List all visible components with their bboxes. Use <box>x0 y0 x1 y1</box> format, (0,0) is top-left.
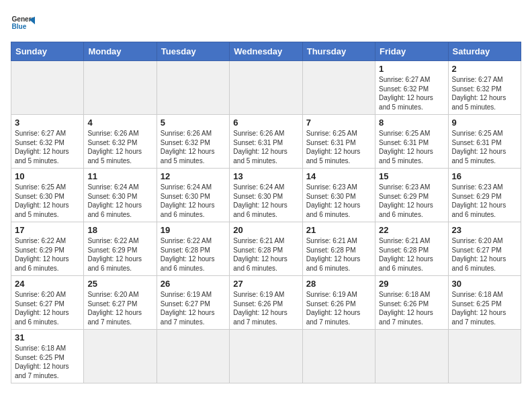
day-info: Sunrise: 6:26 AM Sunset: 6:32 PM Dayligh… <box>161 129 226 165</box>
calendar-day-cell: 12Sunrise: 6:24 AM Sunset: 6:30 PM Dayli… <box>157 169 229 222</box>
day-number: 8 <box>379 118 444 128</box>
day-number: 7 <box>306 118 371 128</box>
calendar-day-cell <box>302 61 375 115</box>
day-number: 6 <box>233 118 298 128</box>
day-number: 28 <box>306 279 371 289</box>
day-info: Sunrise: 6:22 AM Sunset: 6:28 PM Dayligh… <box>161 236 226 273</box>
day-info: Sunrise: 6:22 AM Sunset: 6:29 PM Dayligh… <box>15 236 80 273</box>
day-info: Sunrise: 6:27 AM Sunset: 6:32 PM Dayligh… <box>15 129 80 165</box>
day-info: Sunrise: 6:27 AM Sunset: 6:32 PM Dayligh… <box>452 75 517 111</box>
calendar-day-cell <box>448 330 521 383</box>
calendar-week-row: 24Sunrise: 6:20 AM Sunset: 6:27 PM Dayli… <box>11 276 521 330</box>
weekday-header-saturday: Saturday <box>448 42 521 61</box>
day-number: 22 <box>379 225 444 235</box>
day-info: Sunrise: 6:18 AM Sunset: 6:25 PM Dayligh… <box>452 290 517 326</box>
calendar-day-cell <box>84 61 157 115</box>
calendar-day-cell: 9Sunrise: 6:25 AM Sunset: 6:31 PM Daylig… <box>448 115 521 169</box>
calendar-day-cell <box>84 330 157 383</box>
day-info: Sunrise: 6:20 AM Sunset: 6:27 PM Dayligh… <box>87 290 152 326</box>
calendar-day-cell: 1Sunrise: 6:27 AM Sunset: 6:32 PM Daylig… <box>375 61 448 115</box>
calendar-day-cell: 6Sunrise: 6:26 AM Sunset: 6:31 PM Daylig… <box>230 115 302 169</box>
calendar-week-row: 17Sunrise: 6:22 AM Sunset: 6:29 PM Dayli… <box>11 222 521 276</box>
day-number: 26 <box>161 279 226 289</box>
day-info: Sunrise: 6:19 AM Sunset: 6:26 PM Dayligh… <box>233 290 298 326</box>
calendar-day-cell: 20Sunrise: 6:21 AM Sunset: 6:28 PM Dayli… <box>230 222 302 276</box>
weekday-header-sunday: Sunday <box>11 42 84 61</box>
calendar-day-cell: 27Sunrise: 6:19 AM Sunset: 6:26 PM Dayli… <box>230 276 302 330</box>
calendar-week-row: 10Sunrise: 6:25 AM Sunset: 6:30 PM Dayli… <box>11 169 521 222</box>
day-number: 11 <box>87 171 152 181</box>
day-info: Sunrise: 6:24 AM Sunset: 6:30 PM Dayligh… <box>161 183 226 219</box>
day-info: Sunrise: 6:18 AM Sunset: 6:26 PM Dayligh… <box>379 290 444 326</box>
calendar-day-cell: 18Sunrise: 6:22 AM Sunset: 6:29 PM Dayli… <box>84 222 157 276</box>
day-info: Sunrise: 6:20 AM Sunset: 6:27 PM Dayligh… <box>452 236 517 273</box>
day-info: Sunrise: 6:21 AM Sunset: 6:28 PM Dayligh… <box>233 236 298 273</box>
day-number: 20 <box>233 225 298 235</box>
day-info: Sunrise: 6:19 AM Sunset: 6:27 PM Dayligh… <box>161 290 226 326</box>
header: General Blue <box>11 11 521 35</box>
day-number: 3 <box>15 118 80 128</box>
day-info: Sunrise: 6:21 AM Sunset: 6:28 PM Dayligh… <box>379 236 444 273</box>
day-info: Sunrise: 6:23 AM Sunset: 6:30 PM Dayligh… <box>306 183 371 219</box>
calendar-day-cell <box>11 61 84 115</box>
calendar-day-cell: 25Sunrise: 6:20 AM Sunset: 6:27 PM Dayli… <box>84 276 157 330</box>
calendar-day-cell: 28Sunrise: 6:19 AM Sunset: 6:26 PM Dayli… <box>302 276 375 330</box>
day-number: 5 <box>161 118 226 128</box>
calendar-day-cell <box>230 330 302 383</box>
day-number: 2 <box>452 64 517 74</box>
calendar-week-row: 3Sunrise: 6:27 AM Sunset: 6:32 PM Daylig… <box>11 115 521 169</box>
day-number: 23 <box>452 225 517 235</box>
day-number: 19 <box>161 225 226 235</box>
day-info: Sunrise: 6:23 AM Sunset: 6:29 PM Dayligh… <box>452 183 517 219</box>
day-number: 9 <box>452 118 517 128</box>
day-info: Sunrise: 6:25 AM Sunset: 6:31 PM Dayligh… <box>379 129 444 165</box>
calendar-week-row: 1Sunrise: 6:27 AM Sunset: 6:32 PM Daylig… <box>11 61 521 115</box>
day-number: 4 <box>87 118 152 128</box>
day-number: 24 <box>15 279 80 289</box>
calendar-day-cell <box>157 61 229 115</box>
day-info: Sunrise: 6:27 AM Sunset: 6:32 PM Dayligh… <box>379 75 444 111</box>
calendar-day-cell: 10Sunrise: 6:25 AM Sunset: 6:30 PM Dayli… <box>11 169 84 222</box>
day-number: 17 <box>15 225 80 235</box>
weekday-header-friday: Friday <box>375 42 448 61</box>
calendar-day-cell: 19Sunrise: 6:22 AM Sunset: 6:28 PM Dayli… <box>157 222 229 276</box>
day-info: Sunrise: 6:21 AM Sunset: 6:28 PM Dayligh… <box>306 236 371 273</box>
calendar-day-cell: 30Sunrise: 6:18 AM Sunset: 6:25 PM Dayli… <box>448 276 521 330</box>
day-number: 27 <box>233 279 298 289</box>
day-number: 13 <box>233 171 298 181</box>
day-info: Sunrise: 6:24 AM Sunset: 6:30 PM Dayligh… <box>233 183 298 219</box>
day-info: Sunrise: 6:23 AM Sunset: 6:29 PM Dayligh… <box>379 183 444 219</box>
weekday-header-monday: Monday <box>84 42 157 61</box>
calendar-day-cell: 17Sunrise: 6:22 AM Sunset: 6:29 PM Dayli… <box>11 222 84 276</box>
calendar-day-cell: 23Sunrise: 6:20 AM Sunset: 6:27 PM Dayli… <box>448 222 521 276</box>
calendar-day-cell <box>157 330 229 383</box>
day-number: 1 <box>379 64 444 74</box>
day-info: Sunrise: 6:25 AM Sunset: 6:30 PM Dayligh… <box>15 183 80 219</box>
calendar-day-cell: 7Sunrise: 6:25 AM Sunset: 6:31 PM Daylig… <box>302 115 375 169</box>
day-info: Sunrise: 6:18 AM Sunset: 6:25 PM Dayligh… <box>15 344 80 380</box>
calendar-day-cell: 14Sunrise: 6:23 AM Sunset: 6:30 PM Dayli… <box>302 169 375 222</box>
day-info: Sunrise: 6:24 AM Sunset: 6:30 PM Dayligh… <box>87 183 152 219</box>
calendar-day-cell: 15Sunrise: 6:23 AM Sunset: 6:29 PM Dayli… <box>375 169 448 222</box>
calendar-day-cell: 31Sunrise: 6:18 AM Sunset: 6:25 PM Dayli… <box>11 330 84 383</box>
day-info: Sunrise: 6:26 AM Sunset: 6:32 PM Dayligh… <box>87 129 152 165</box>
svg-text:Blue: Blue <box>11 23 26 30</box>
calendar-day-cell: 24Sunrise: 6:20 AM Sunset: 6:27 PM Dayli… <box>11 276 84 330</box>
day-number: 29 <box>379 279 444 289</box>
day-info: Sunrise: 6:20 AM Sunset: 6:27 PM Dayligh… <box>15 290 80 326</box>
calendar-day-cell: 22Sunrise: 6:21 AM Sunset: 6:28 PM Dayli… <box>375 222 448 276</box>
day-number: 18 <box>87 225 152 235</box>
calendar-day-cell: 26Sunrise: 6:19 AM Sunset: 6:27 PM Dayli… <box>157 276 229 330</box>
day-number: 31 <box>15 332 80 342</box>
weekday-header-tuesday: Tuesday <box>157 42 229 61</box>
weekday-header-wednesday: Wednesday <box>230 42 302 61</box>
calendar-day-cell: 29Sunrise: 6:18 AM Sunset: 6:26 PM Dayli… <box>375 276 448 330</box>
calendar-day-cell: 3Sunrise: 6:27 AM Sunset: 6:32 PM Daylig… <box>11 115 84 169</box>
day-number: 12 <box>161 171 226 181</box>
calendar-day-cell: 16Sunrise: 6:23 AM Sunset: 6:29 PM Dayli… <box>448 169 521 222</box>
day-number: 21 <box>306 225 371 235</box>
day-info: Sunrise: 6:25 AM Sunset: 6:31 PM Dayligh… <box>452 129 517 165</box>
weekday-header-row: SundayMondayTuesdayWednesdayThursdayFrid… <box>11 42 521 61</box>
day-info: Sunrise: 6:22 AM Sunset: 6:29 PM Dayligh… <box>87 236 152 273</box>
calendar-day-cell: 11Sunrise: 6:24 AM Sunset: 6:30 PM Dayli… <box>84 169 157 222</box>
